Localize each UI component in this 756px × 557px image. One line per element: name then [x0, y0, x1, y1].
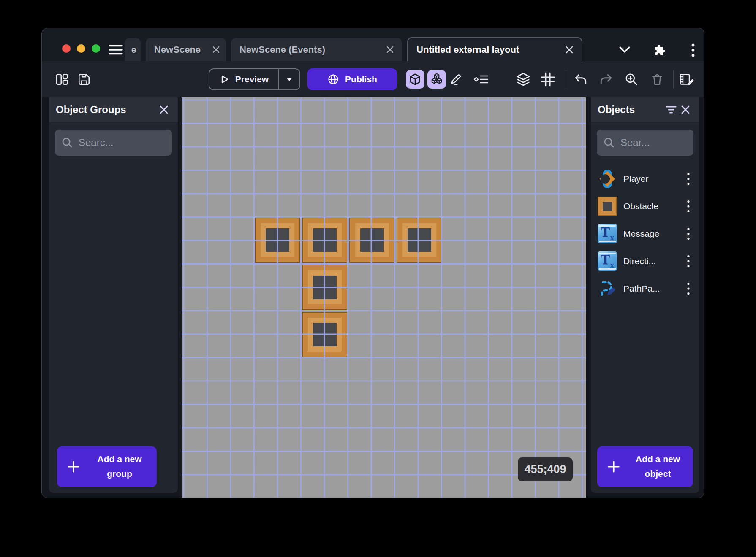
obstacle-tile-instance[interactable]	[349, 217, 395, 263]
toolbar-divider	[566, 70, 566, 89]
close-window-button[interactable]	[62, 44, 71, 53]
toolbar: Preview Publish	[42, 61, 704, 97]
play-icon	[219, 74, 229, 84]
tab-newscene-events[interactable]: NewScene (Events)	[231, 38, 402, 61]
tab-label: e	[131, 44, 136, 55]
object-groups-header: Object Groups	[49, 97, 178, 122]
preview-label: Preview	[235, 74, 269, 84]
add-group-label: Add a new group	[87, 452, 152, 481]
tab-truncated[interactable]: e	[125, 38, 141, 61]
obstacle-tile-instance[interactable]	[397, 217, 442, 263]
object-groups-searchbox	[55, 130, 172, 156]
cubes-stack-icon	[430, 73, 443, 86]
plus-icon	[67, 460, 80, 473]
trash-icon[interactable]	[650, 72, 665, 87]
extensions-puzzle-icon[interactable]	[652, 43, 666, 57]
object-list: PlayerObstacleTxMessageTxDirecti...PathP…	[591, 165, 699, 302]
plus-icon	[607, 460, 620, 473]
obstacle-tile-instance[interactable]	[255, 217, 300, 263]
tab-untitled-external-layout[interactable]: Untitled external layout	[407, 37, 582, 61]
search-icon	[62, 137, 73, 148]
search-icon	[604, 137, 615, 148]
object-name: PathPa...	[623, 284, 677, 294]
panel-title: Object Groups	[56, 104, 157, 116]
publish-label: Publish	[345, 74, 377, 84]
close-panel-icon[interactable]	[678, 103, 693, 117]
objects-panel: Objects PlayerObstacleTxMessageTxDirecti…	[591, 97, 699, 493]
objects-searchbox	[597, 130, 693, 156]
object-options-kebab-icon[interactable]	[683, 225, 693, 242]
grid-icon[interactable]	[540, 72, 555, 87]
obstacle-tile-instance[interactable]	[302, 265, 348, 310]
object-groups-panel: Object Groups Add a new group	[49, 97, 178, 493]
player-icon	[598, 169, 617, 189]
object-name: Directi...	[623, 256, 677, 266]
screen: e NewScene NewScene (Events) Untitled ex…	[0, 0, 756, 557]
scene-notes-edit-icon[interactable]	[679, 72, 694, 87]
path-paint-icon	[598, 279, 617, 298]
object-options-kebab-icon[interactable]	[683, 280, 693, 297]
object-list-item[interactable]: PathPa...	[591, 275, 699, 302]
preview-button[interactable]: Preview	[209, 68, 300, 90]
tab-newscene[interactable]: NewScene	[146, 38, 226, 61]
window-controls	[62, 44, 100, 53]
filter-icon[interactable]	[664, 103, 678, 117]
tab-close-icon[interactable]	[386, 46, 394, 53]
instances-list-icon[interactable]	[473, 72, 489, 87]
obstacle-icon	[598, 197, 617, 216]
object-options-kebab-icon[interactable]	[683, 198, 693, 215]
panel-title: Objects	[598, 104, 664, 116]
text-object-icon: Tx	[598, 224, 617, 243]
object-list-item[interactable]: TxDirecti...	[591, 247, 699, 275]
tab-label: NewScene (Events)	[239, 44, 325, 55]
object-list-item[interactable]: TxMessage	[591, 220, 699, 247]
object-name: Obstacle	[623, 201, 677, 211]
layers-icon[interactable]	[516, 72, 531, 87]
toolbar-divider	[673, 70, 674, 89]
canvas[interactable]: 455;409	[182, 97, 586, 498]
search-input[interactable]	[620, 137, 687, 149]
tab-label: NewScene	[154, 44, 201, 55]
objects-header: Objects	[591, 97, 699, 122]
edit-pencil-icon[interactable]	[448, 72, 463, 87]
zoom-in-icon[interactable]	[624, 72, 639, 87]
text-object-icon: Tx	[598, 251, 617, 271]
cube-icon	[409, 73, 422, 86]
obstacle-tile-instance[interactable]	[302, 217, 348, 263]
chevron-down-icon[interactable]	[617, 43, 632, 55]
tab-bar: e NewScene NewScene (Events) Untitled ex…	[125, 38, 582, 61]
preview-button-main[interactable]: Preview	[209, 69, 278, 89]
globe-icon	[327, 73, 339, 85]
more-options-kebab-icon[interactable]	[687, 43, 699, 57]
edit-instances-toggle[interactable]	[427, 70, 446, 89]
object-options-kebab-icon[interactable]	[683, 253, 693, 270]
app-window: e NewScene NewScene (Events) Untitled ex…	[41, 28, 704, 498]
tab-close-icon[interactable]	[212, 46, 220, 53]
close-panel-icon[interactable]	[157, 103, 171, 117]
project-manager-icon[interactable]	[54, 72, 70, 87]
maximize-window-button[interactable]	[92, 44, 100, 53]
edit-objects-toggle[interactable]	[406, 70, 424, 89]
minimize-window-button[interactable]	[77, 44, 85, 53]
save-icon[interactable]	[76, 72, 92, 87]
add-group-button[interactable]: Add a new group	[57, 446, 157, 487]
redo-icon[interactable]	[598, 72, 614, 87]
object-list-item[interactable]: Obstacle	[591, 192, 699, 220]
undo-icon[interactable]	[573, 72, 588, 87]
add-object-label: Add a new object	[628, 452, 688, 481]
obstacle-tile-instance[interactable]	[302, 312, 348, 357]
preview-options-caret[interactable]	[278, 69, 299, 89]
object-options-kebab-icon[interactable]	[683, 170, 693, 187]
object-list-item[interactable]: Player	[591, 165, 699, 192]
tab-close-icon[interactable]	[566, 46, 573, 54]
object-name: Message	[623, 229, 677, 239]
main-menu-icon[interactable]	[109, 44, 123, 55]
cursor-coordinates-badge: 455;409	[518, 457, 573, 481]
publish-button[interactable]: Publish	[307, 68, 397, 90]
search-input[interactable]	[79, 137, 165, 149]
tab-strip: e NewScene NewScene (Events) Untitled ex…	[42, 28, 704, 61]
add-object-button[interactable]: Add a new object	[597, 446, 693, 487]
tab-label: Untitled external layout	[416, 44, 519, 55]
object-name: Player	[623, 174, 677, 184]
main-area: Object Groups Add a new group	[42, 97, 704, 498]
